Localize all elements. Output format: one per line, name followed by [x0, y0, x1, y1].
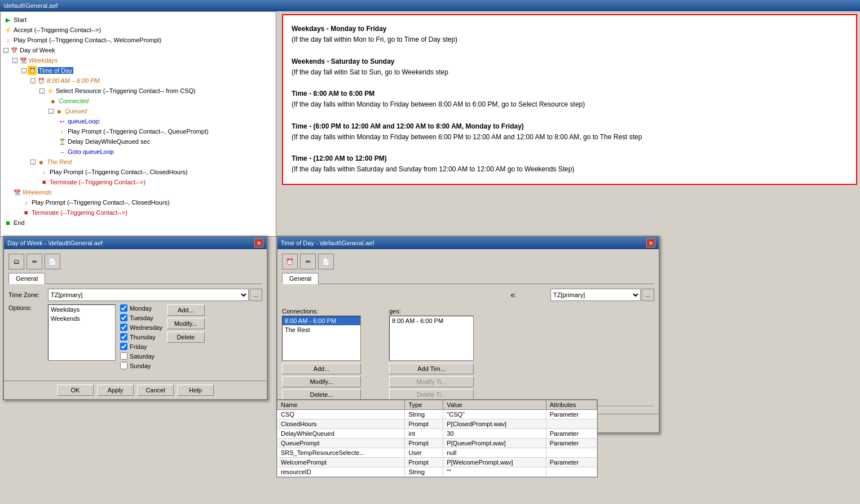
tree-label-goto[interactable]: Goto queueLoop [68, 148, 114, 155]
tod-conn-item-1[interactable]: 8:00 AM - 6:00 PM [283, 316, 360, 325]
tree-label-therest[interactable]: The Rest [47, 158, 72, 165]
tod-title: Time of Day - \default\General.aef [281, 240, 374, 246]
tod-close-button[interactable]: ✕ [646, 238, 655, 247]
tree-label-dow[interactable]: Day of Week [20, 47, 55, 54]
tod-range-item-1[interactable]: 8:00 AM - 6:00 PM [390, 316, 473, 325]
term2-icon: ✖ [21, 208, 30, 217]
queued-expand[interactable]: - [48, 109, 54, 114]
dow-options-section: Weekdays Weekends Monday Tuesday [48, 304, 205, 369]
dow-timezone-browse[interactable]: ... [250, 289, 262, 301]
tree-label-term1[interactable]: Terminate (--Triggering Contact-->) [50, 179, 145, 185]
tree-panel: ▶ Start ⚡ Accept (--Triggering Contact--… [0, 11, 276, 237]
tree-label-tod[interactable]: Time of Day [38, 67, 73, 74]
end-icon: ⏹ [3, 218, 12, 227]
dow-checkbox-monday[interactable] [120, 304, 127, 312]
dow-connections-list[interactable]: Weekdays Weekends [48, 304, 116, 361]
goto-icon: → [58, 147, 67, 156]
tree-label-delay[interactable]: Delay DelayWhileQueued sec [68, 138, 150, 145]
tree-item-accept: ⚡ Accept (--Triggering Contact-->) [3, 25, 273, 35]
tree-label-accept[interactable]: Accept (--Triggering Contact-->) [14, 26, 101, 33]
cell-name: CSQ [277, 410, 405, 419]
tree-label-queueloop[interactable]: queueLoop: [68, 118, 100, 125]
dow-checkbox-tuesday[interactable] [120, 314, 127, 321]
tod-modify-time-button[interactable]: Modify Ti... [389, 376, 474, 387]
dow-toolbar-icon3[interactable]: 📄 [45, 254, 60, 269]
tree-label-time1[interactable]: 8:00 AM – 6:00 PM [47, 77, 100, 84]
tod-timezone-select[interactable]: TZ[primary] [550, 289, 641, 301]
dow-add-button[interactable]: Add... [167, 304, 205, 316]
tree-label-select[interactable]: Select Resource (--Triggering Contact-- … [56, 87, 196, 94]
time1-expand[interactable]: - [30, 78, 36, 83]
table-row[interactable]: QueuePromptPromptP[QueuePrompt.wav]Param… [277, 439, 597, 448]
tree-label-queued[interactable]: Queued [65, 108, 87, 114]
tree-label-play2[interactable]: Play Prompt (--Triggering Contact--, Que… [68, 128, 209, 135]
table-row[interactable]: resourceIDString"" [277, 467, 597, 477]
tod-modify-conn-button[interactable]: Modify... [282, 376, 361, 387]
tod-conn-item-2[interactable]: The Rest [283, 325, 360, 334]
weekdays-expand[interactable]: - [12, 58, 17, 63]
tod-connections-list[interactable]: 8:00 AM - 6:00 PM The Rest [282, 316, 361, 361]
queued-icon: ◆ [55, 107, 64, 116]
dow-close-button[interactable]: ✕ [254, 238, 263, 247]
tod-add-conn-button[interactable]: Add... [282, 363, 361, 374]
tod-add-time-button[interactable]: Add Tim... [389, 363, 474, 374]
dow-modify-button[interactable]: Modify... [167, 318, 205, 329]
tree-label-weekends-branch[interactable]: Weekends [23, 189, 52, 196]
table-row[interactable]: ClosedHoursPromptP[ClosedPrompt.wav] [277, 419, 597, 429]
tod-tab-general[interactable]: General [282, 273, 319, 284]
dow-connection-weekends[interactable]: Weekends [48, 314, 115, 323]
dow-expand[interactable]: - [3, 48, 8, 53]
dow-checkbox-thursday[interactable] [120, 333, 127, 341]
dow-toolbar-icon2[interactable]: ✏ [27, 254, 42, 269]
tree-item-term1: ✖ Terminate (--Triggering Contact-->) [3, 177, 273, 187]
tod-timezone-browse[interactable]: ... [642, 289, 654, 301]
cell-name: resourceID [277, 467, 405, 477]
tree-label-play3[interactable]: Play Prompt (--Triggering Contact--, Clo… [50, 169, 188, 175]
tod-delete-conn-button[interactable]: Delete... [282, 389, 361, 400]
dow-checkbox-friday[interactable] [120, 343, 127, 350]
dow-checkbox-sunday[interactable] [120, 362, 127, 369]
play1-icon: ♪ [3, 36, 12, 45]
tree-item-term2: ✖ Terminate (--Triggering Contact-->) [3, 207, 273, 218]
select-expand[interactable]: - [39, 89, 45, 94]
info-line-3: Weekends - Saturday to Sunday [292, 56, 848, 67]
dow-connection-weekdays[interactable]: Weekdays [48, 305, 115, 314]
tree-item-goto: → Goto queueLoop [3, 147, 273, 157]
dow-cancel-button[interactable]: Cancel [137, 384, 174, 396]
dow-timezone-select[interactable]: TZ[primary] [48, 289, 249, 301]
tree-label-start[interactable]: Start [14, 16, 27, 23]
tree-label-connected[interactable]: Connected [59, 98, 89, 104]
tod-toolbar-icon1[interactable]: ⏰ [282, 254, 298, 269]
dow-icon: 📅 [10, 46, 19, 55]
dow-checkbox-wednesday[interactable] [120, 324, 127, 331]
dow-toolbar-icon1[interactable]: 🗂 [8, 254, 24, 269]
tod-toolbar-icon2[interactable]: ✏ [300, 254, 316, 269]
dow-delete-button[interactable]: Delete [167, 331, 205, 343]
therest-expand[interactable]: - [30, 160, 36, 165]
tod-ranges-list[interactable]: 8:00 AM - 6:00 PM [389, 316, 474, 361]
cell-type: int [405, 429, 443, 439]
info-line-5: Time - 8:00 AM to 6:00 PM [292, 89, 848, 99]
tree-label-weekdays[interactable]: Weekdays [29, 57, 58, 64]
tod-expand[interactable]: - [21, 68, 27, 73]
tree-label-end[interactable]: End [14, 219, 25, 226]
table-row[interactable]: DelayWhileQueuedint30Parameter [277, 429, 597, 439]
tree-label-play1[interactable]: Play Prompt (--Triggering Contact--, Wel… [14, 37, 161, 43]
dow-help-button[interactable]: Help [177, 384, 214, 396]
table-row[interactable]: WelcomePromptPromptP[WelcomePrompt.wav]P… [277, 458, 597, 467]
cell-value: P[WelcomePrompt.wav] [443, 458, 546, 467]
tree-label-term2[interactable]: Terminate (--Triggering Contact-->) [32, 209, 127, 216]
table-row[interactable]: SRS_TempResourceSelecte...Usernull [277, 448, 597, 458]
table-row[interactable]: CSQString"CSQ"Parameter [277, 410, 597, 419]
cell-value: "CSQ" [443, 410, 546, 419]
tod-toolbar-icon3[interactable]: 📄 [318, 254, 334, 269]
dow-tab-general[interactable]: General [8, 273, 45, 284]
dow-apply-button[interactable]: Apply [97, 384, 134, 396]
tree-label-play4[interactable]: Play Prompt (--Triggering Contact--, Clo… [32, 199, 170, 206]
dow-day-tuesday: Tuesday [120, 314, 162, 321]
info-line-4: (If the day fall witin Sat to Sun, go to… [292, 67, 848, 78]
tod-delete-time-button[interactable]: Delete Ti... [389, 389, 474, 400]
tod-timezone-row: e: TZ[primary] ... [282, 289, 654, 301]
dow-ok-button[interactable]: OK [57, 384, 94, 396]
dow-checkbox-saturday[interactable] [120, 352, 127, 360]
